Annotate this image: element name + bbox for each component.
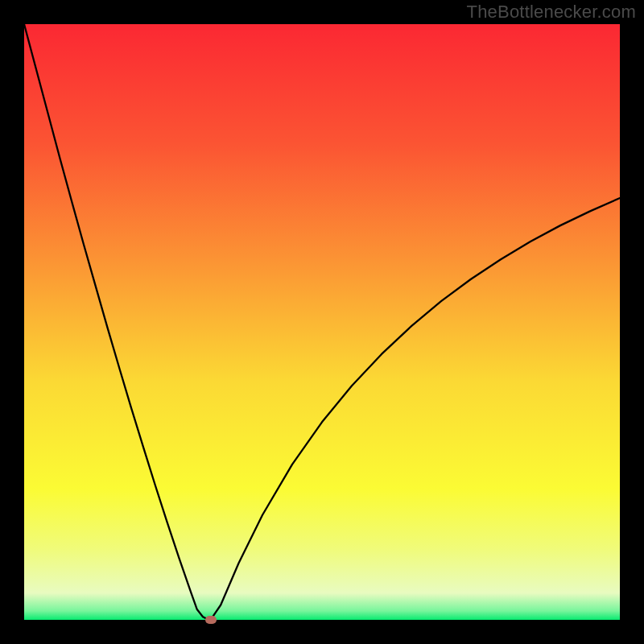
watermark-text: TheBottlenecker.com [467,2,636,23]
chart-container: TheBottlenecker.com [0,0,644,644]
bottleneck-curve [24,24,620,620]
plot-area [24,24,620,620]
optimum-marker [205,616,217,624]
